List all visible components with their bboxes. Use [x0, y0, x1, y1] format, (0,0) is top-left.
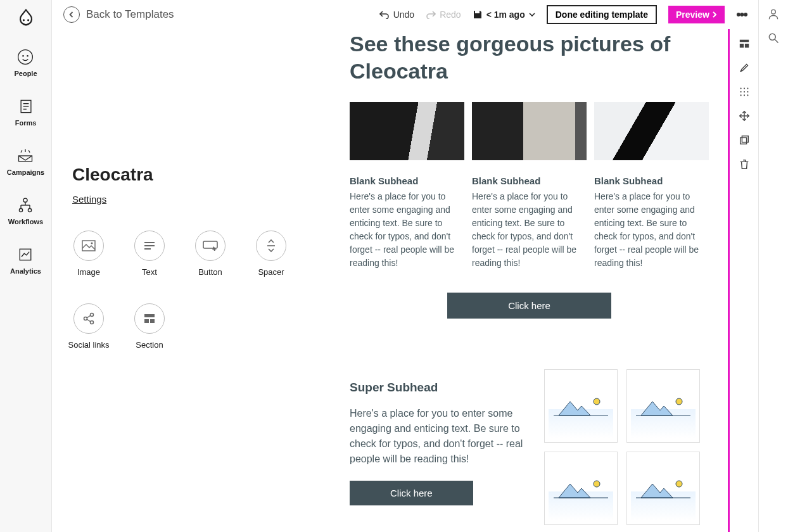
move-icon[interactable] — [739, 110, 750, 122]
column-1-body[interactable]: Here's a place for you to enter some eng… — [350, 190, 464, 270]
settings-panel: Cleocatra Settings Image Text Button Spa… — [52, 29, 331, 532]
column-1-subhead[interactable]: Blank Subhead — [350, 175, 464, 186]
section-two: Super Subhead Here's a place for you to … — [350, 369, 709, 525]
email-canvas[interactable]: See these gorgeous pictures of Cleocatra… — [331, 29, 728, 532]
text-icon — [143, 241, 156, 251]
app-logo[interactable] — [15, 8, 37, 30]
undo-icon — [379, 10, 390, 19]
block-spacer[interactable]: Spacer — [255, 231, 288, 277]
svg-rect-53 — [144, 314, 155, 317]
block-text[interactable]: Text — [133, 231, 166, 277]
svg-point-48 — [84, 317, 87, 320]
share-icon — [82, 312, 95, 325]
settings-link[interactable]: Settings — [72, 194, 106, 205]
svg-point-4 — [27, 55, 29, 57]
placeholder-image-4[interactable] — [626, 452, 700, 525]
grid-dots-icon[interactable] — [739, 86, 750, 98]
utility-rail — [758, 0, 788, 532]
trash-icon[interactable] — [739, 158, 750, 170]
svg-line-23 — [775, 40, 778, 43]
block-button[interactable]: Button — [194, 231, 227, 277]
three-column-row: Blank Subhead Here's a place for you to … — [350, 102, 709, 270]
column-3-image[interactable] — [594, 102, 709, 160]
block-section[interactable]: Section — [133, 303, 166, 350]
section-two-body[interactable]: Here's a place for you to enter some eng… — [350, 406, 525, 467]
cta-button-2[interactable]: Click here — [350, 481, 473, 505]
undo-button[interactable]: Undo — [379, 10, 414, 20]
section-two-text[interactable]: Super Subhead Here's a place for you to … — [350, 369, 525, 525]
svg-rect-45 — [203, 241, 217, 248]
column-1-image[interactable] — [350, 102, 464, 160]
svg-point-27 — [740, 88, 741, 89]
svg-point-22 — [769, 34, 775, 40]
more-menu-icon[interactable]: ••• — [736, 6, 747, 23]
block-social[interactable]: Social links — [72, 303, 105, 350]
section-two-subhead[interactable]: Super Subhead — [350, 381, 525, 395]
svg-point-13 — [23, 198, 27, 202]
svg-point-2 — [18, 50, 33, 65]
cta-button-1[interactable]: Click here — [447, 293, 611, 319]
nav-forms-label: Forms — [15, 119, 37, 127]
preview-button[interactable]: Preview — [668, 6, 725, 23]
block-image[interactable]: Image — [72, 231, 105, 277]
done-editing-button[interactable]: Done editing template — [547, 5, 657, 24]
svg-point-1 — [27, 19, 29, 21]
svg-point-66 — [676, 481, 682, 487]
nav-campaigns[interactable]: Campaigns — [7, 147, 44, 176]
top-actions: Undo Redo < 1m ago Done editing template… — [379, 5, 747, 24]
svg-marker-56 — [559, 402, 590, 415]
svg-point-31 — [743, 91, 744, 92]
column-2-image[interactable] — [472, 102, 587, 160]
chevron-left-icon — [63, 6, 80, 23]
nav-people[interactable]: People — [14, 48, 37, 77]
svg-point-30 — [740, 91, 741, 92]
duplicate-icon[interactable] — [739, 134, 750, 146]
column-3[interactable]: Blank Subhead Here's a place for you to … — [594, 102, 709, 270]
column-1[interactable]: Blank Subhead Here's a place for you to … — [350, 102, 464, 270]
nav-analytics-label: Analytics — [10, 267, 41, 275]
section-two-gallery — [544, 369, 709, 525]
placeholder-image-3[interactable] — [544, 452, 618, 525]
brush-icon[interactable] — [739, 62, 750, 73]
nav-rail: People Forms Campaigns Workflows Analyti… — [0, 0, 52, 532]
editor-tools — [728, 29, 758, 532]
save-status[interactable]: < 1m ago — [473, 10, 535, 20]
nav-people-label: People — [14, 70, 37, 77]
image-icon — [82, 240, 96, 251]
svg-point-3 — [23, 55, 25, 57]
search-icon[interactable] — [767, 32, 780, 44]
svg-point-0 — [22, 19, 24, 21]
section-icon — [143, 313, 156, 324]
column-3-subhead[interactable]: Blank Subhead — [594, 175, 709, 186]
svg-point-35 — [747, 94, 748, 96]
column-2-body[interactable]: Here's a place for you to enter some eng… — [472, 190, 587, 270]
svg-point-50 — [91, 321, 94, 324]
back-to-templates-button[interactable]: Back to Templates — [63, 6, 174, 23]
svg-point-19 — [29, 208, 32, 212]
placeholder-image-1[interactable] — [544, 369, 618, 443]
redo-button[interactable]: Redo — [426, 10, 461, 20]
chevron-down-icon — [529, 12, 535, 17]
svg-rect-39 — [742, 136, 748, 142]
placeholder-image-2[interactable] — [626, 369, 700, 443]
nav-workflows-label: Workflows — [8, 218, 43, 225]
account-icon[interactable] — [767, 8, 780, 20]
svg-point-29 — [747, 88, 748, 89]
chevron-right-icon — [712, 11, 717, 18]
nav-forms[interactable]: Forms — [15, 98, 37, 127]
hero-title[interactable]: See these gorgeous pictures of Cleocatra — [350, 30, 709, 84]
svg-point-33 — [740, 94, 741, 96]
column-3-body[interactable]: Here's a place for you to enter some eng… — [594, 190, 709, 270]
svg-point-32 — [747, 91, 748, 92]
svg-rect-24 — [739, 40, 748, 42]
column-2[interactable]: Blank Subhead Here's a place for you to … — [472, 102, 587, 270]
column-2-subhead[interactable]: Blank Subhead — [472, 175, 587, 186]
svg-point-57 — [594, 398, 600, 405]
svg-point-28 — [743, 88, 744, 89]
layout-icon[interactable] — [739, 38, 750, 49]
svg-point-21 — [772, 10, 776, 14]
nav-workflows[interactable]: Workflows — [8, 196, 43, 225]
svg-point-63 — [594, 481, 600, 487]
nav-analytics[interactable]: Analytics — [10, 246, 41, 275]
nav-campaigns-label: Campaigns — [7, 168, 44, 176]
